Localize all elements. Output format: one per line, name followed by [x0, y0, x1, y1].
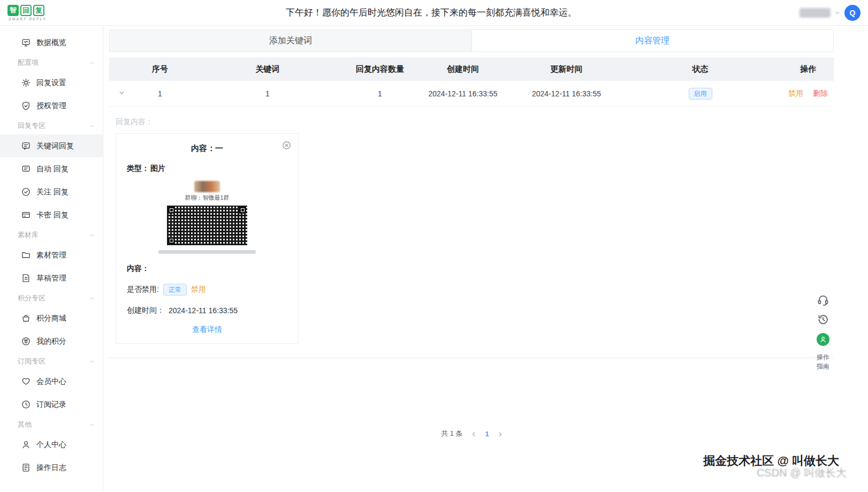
sidebar-section-9[interactable]: 素材库	[0, 226, 103, 244]
sidebar-item-label: 自动 回复	[36, 164, 68, 174]
greeting-text: 下午好！愿你的午后时光悠闲自在，接下来的每一刻都充满喜悦和幸运。	[104, 6, 759, 19]
tab-add-keyword[interactable]: 添加关键词	[110, 30, 472, 51]
sidebar-item-17[interactable]: 订阅记录	[0, 393, 103, 416]
logo-char: 智	[7, 5, 19, 16]
cell-count: 1	[349, 89, 411, 98]
sidebar-section-18[interactable]: 其他	[0, 416, 103, 433]
normal-tag[interactable]: 正常	[163, 284, 187, 296]
operation-guide-link[interactable]: 操作指南	[816, 353, 831, 372]
tab-content-manage[interactable]: 内容管理	[472, 30, 834, 51]
chevron-up-icon	[89, 60, 95, 66]
history-icon[interactable]	[817, 313, 829, 326]
section-divider	[109, 358, 834, 358]
sidebar-item-13[interactable]: 积分商城	[0, 307, 103, 330]
sidebar-item-label: 订阅记录	[36, 400, 66, 410]
column-header: 更新时间	[515, 64, 618, 74]
current-page[interactable]: 1	[485, 430, 489, 438]
follow-check-icon	[21, 187, 31, 196]
sidebar-section-1[interactable]: 配置项	[0, 54, 103, 71]
user-menu[interactable]: Q	[759, 5, 861, 21]
qr-code	[167, 206, 247, 245]
sidebar-item-10[interactable]: 素材管理	[0, 244, 103, 267]
column-header: 状态	[618, 64, 782, 74]
cell-created-time: 2024-12-11 16:33:55	[411, 89, 515, 98]
sidebar-item-8[interactable]: 卡密 回复	[0, 203, 103, 226]
sidebar-item-19[interactable]: 个人中心	[0, 433, 103, 456]
cell-seq: 1	[134, 89, 186, 98]
sidebar-item-label: 回复设置	[36, 78, 66, 88]
sidebar-item-7[interactable]: 关注 回复	[0, 180, 103, 203]
sidebar-item-11[interactable]: 草稿管理	[0, 267, 103, 290]
view-detail-link[interactable]: 查看详情	[192, 325, 222, 334]
sidebar-item-14[interactable]: 我的积分	[0, 330, 103, 353]
auto-reply-icon	[21, 164, 31, 173]
type-value: 图片	[150, 164, 165, 173]
sidebar-item-label: 数据概览	[36, 38, 66, 48]
column-header: 回复内容数量	[349, 64, 411, 74]
qr-finder-mark	[168, 207, 175, 214]
sidebar-section-label: 积分专区	[18, 293, 45, 303]
disable-tag[interactable]: 禁用	[191, 285, 206, 294]
chevron-down-icon	[834, 10, 841, 16]
next-page-button[interactable]: ›	[499, 429, 502, 438]
chevron-up-icon	[89, 422, 95, 428]
top-header: 智 回 复 SMART REPLY 下午好！愿你的午后时光悠闲自在，接下来的每一…	[0, 0, 868, 26]
sidebar-item-label: 授权管理	[36, 101, 66, 111]
chevron-up-icon	[89, 123, 95, 129]
sidebar-item-label: 卡密 回复	[36, 210, 68, 220]
type-label: 类型：	[127, 164, 149, 173]
qr-caption-blur	[158, 250, 256, 254]
folder-icon	[21, 251, 31, 260]
contact-person-icon[interactable]	[817, 333, 829, 346]
sidebar-item-0[interactable]: 数据概览	[0, 31, 103, 54]
row-actions: 禁用 删除	[782, 89, 834, 99]
sidebar-item-6[interactable]: 自动 回复	[0, 157, 103, 180]
subscribe-clock-icon	[21, 400, 31, 409]
row-expand-toggle[interactable]	[118, 89, 125, 96]
status-badge[interactable]: 启用	[689, 88, 712, 100]
disable-question-label: 是否禁用:	[127, 285, 159, 294]
sidebar-item-2[interactable]: 回复设置	[0, 71, 103, 94]
disable-action[interactable]: 禁用	[788, 89, 803, 97]
tab-bar: 添加关键词 内容管理	[109, 29, 834, 52]
sidebar-item-label: 关注 回复	[36, 187, 68, 197]
qr-finder-mark	[239, 207, 246, 214]
column-header: 序号	[134, 64, 186, 74]
logo-subtitle: SMART REPLY	[9, 17, 47, 21]
column-header: 关键词	[186, 64, 349, 74]
sidebar-item-5[interactable]: 关键词回复	[0, 134, 103, 157]
main-content: 添加关键词 内容管理 序号关键词回复内容数量创建时间更新时间状态操作 1 1 1…	[103, 26, 868, 492]
column-header: 操作	[782, 64, 834, 74]
close-icon[interactable]	[282, 141, 291, 150]
sidebar-item-label: 个人中心	[36, 440, 66, 450]
table-row: 1 1 1 2024-12-11 16:33:55 2024-12-11 16:…	[109, 81, 834, 107]
created-time-label: 创建时间：	[127, 306, 164, 315]
cell-keyword: 1	[186, 89, 349, 98]
user-icon	[21, 440, 31, 449]
sidebar-section-15[interactable]: 订阅专区	[0, 353, 103, 370]
pagination-total: 共 1 条	[441, 429, 462, 438]
points-coin-icon	[21, 337, 31, 346]
prev-page-button[interactable]: ‹	[473, 429, 476, 438]
reply-card: 内容：一 类型： 图片 群聊：智微最1群 内容：	[116, 133, 299, 344]
sidebar-item-3[interactable]: 授权管理	[0, 94, 103, 117]
sidebar-item-20[interactable]: 操作日志	[0, 456, 103, 479]
app-logo[interactable]: 智 回 复 SMART REPLY	[7, 5, 104, 21]
sidebar-item-16[interactable]: 会员中心	[0, 370, 103, 393]
dashboard-icon	[21, 38, 31, 47]
avatar[interactable]: Q	[844, 5, 861, 21]
chevron-up-icon	[89, 296, 95, 301]
gear-icon	[21, 78, 31, 87]
sidebar-section-4[interactable]: 回复专区	[0, 117, 103, 134]
sidebar-item-label: 积分商城	[36, 314, 66, 323]
username-blurred	[800, 8, 831, 18]
reply-image[interactable]: 群聊：智微最1群	[157, 181, 257, 254]
sidebar-section-12[interactable]: 积分专区	[0, 290, 103, 307]
delete-action[interactable]: 删除	[813, 89, 828, 97]
column-header: 创建时间	[411, 64, 515, 74]
created-time-value: 2024-12-11 16:33:55	[169, 306, 238, 315]
page-body: 数据概览配置项回复设置授权管理回复专区关键词回复自动 回复关注 回复卡密 回复素…	[0, 26, 868, 492]
support-headset-icon[interactable]	[817, 293, 829, 306]
chevron-up-icon	[89, 359, 95, 365]
logo-char: 回	[20, 5, 32, 16]
